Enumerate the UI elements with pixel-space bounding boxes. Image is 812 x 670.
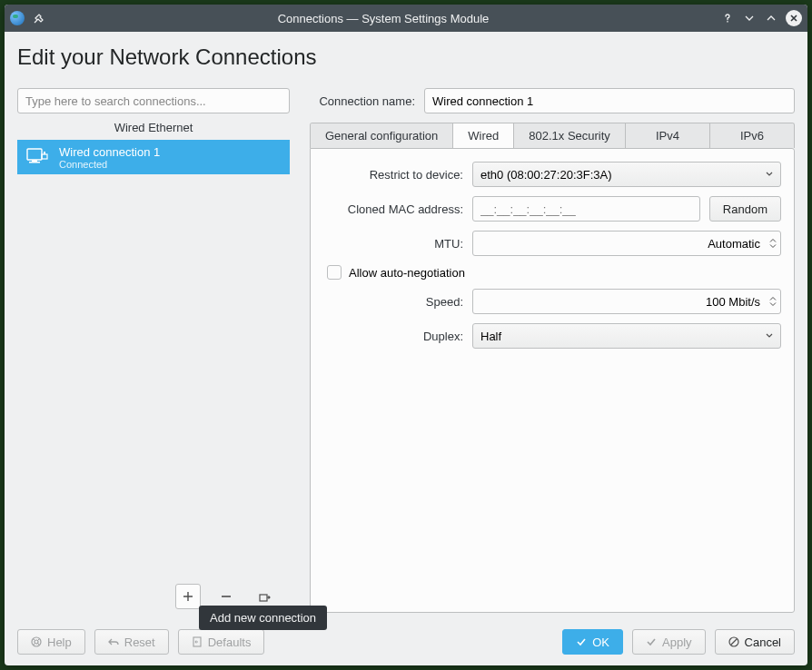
svg-rect-3 <box>42 154 47 159</box>
duplex-combo[interactable]: Half <box>472 323 781 349</box>
connection-name: Wired connection 1 <box>59 145 160 159</box>
connection-status: Connected <box>59 159 160 170</box>
connection-toolbar: Add new connection <box>17 576 290 613</box>
apply-button[interactable]: Apply <box>632 629 706 655</box>
editor-panel: Connection name: General configuration W… <box>310 88 795 613</box>
wired-network-icon <box>25 144 50 170</box>
search-input[interactable] <box>17 88 290 113</box>
restrict-device-value: eth0 (08:00:27:20:3F:3A) <box>480 168 612 182</box>
restrict-device-combo[interactable]: eth0 (08:00:27:20:3F:3A) <box>472 162 781 187</box>
pin-icon[interactable] <box>32 11 46 25</box>
content-area: Edit your Network Connections Wired Ethe… <box>5 32 807 665</box>
app-icon <box>10 11 25 25</box>
tab-ipv4[interactable]: IPv4 <box>626 123 710 148</box>
minimize-icon[interactable] <box>742 11 757 25</box>
svg-rect-1 <box>32 160 37 162</box>
connections-panel: Wired Ethernet Wired connection 1 Connec… <box>17 88 290 613</box>
mtu-label: MTU: <box>323 237 463 251</box>
svg-rect-5 <box>260 595 267 601</box>
speed-spinbox[interactable]: 100 Mbit/s <box>472 289 781 314</box>
settings-window: Connections — System Settings Module Edi… <box>5 5 807 665</box>
spinner-arrows-icon <box>769 297 777 307</box>
svg-rect-2 <box>29 162 40 163</box>
check-icon <box>576 636 587 647</box>
mtu-value: Automatic <box>708 237 760 251</box>
connection-item[interactable]: Wired connection 1 Connected <box>17 140 290 174</box>
svg-rect-4 <box>44 152 45 154</box>
defaults-button[interactable]: Defaults <box>178 629 265 655</box>
dialog-footer: Help Reset Defaults OK Apply Cancel <box>17 629 795 655</box>
connection-list: Wired connection 1 Connected <box>17 140 290 576</box>
cancel-button[interactable]: Cancel <box>715 629 795 655</box>
svg-rect-0 <box>27 149 42 160</box>
connection-name-label: Connection name: <box>310 94 415 108</box>
speed-label: Speed: <box>323 295 463 309</box>
chevron-down-icon <box>766 332 773 340</box>
chevron-down-icon <box>766 171 773 178</box>
restrict-device-label: Restrict to device: <box>323 168 463 182</box>
spinner-arrows-icon <box>769 239 777 249</box>
random-mac-button[interactable]: Random <box>709 196 781 222</box>
lifebuoy-icon <box>31 636 42 647</box>
tab-security[interactable]: 802.1x Security <box>514 123 626 148</box>
help-button[interactable]: Help <box>17 629 85 655</box>
tooltip-add-connection: Add new connection <box>199 606 327 630</box>
speed-value: 100 Mbit/s <box>706 295 760 309</box>
window-title: Connections — System Settings Module <box>46 12 720 25</box>
add-connection-button[interactable] <box>175 584 201 609</box>
document-revert-icon <box>192 636 203 647</box>
group-header: Wired Ethernet <box>17 113 290 140</box>
wired-tab-pane: Restrict to device: eth0 (08:00:27:20:3F… <box>310 148 795 613</box>
mac-address-label: Cloned MAC address: <box>323 202 463 216</box>
check-icon <box>646 636 657 647</box>
ok-button[interactable]: OK <box>562 629 623 655</box>
cancel-icon <box>728 636 739 647</box>
svg-point-7 <box>35 640 38 644</box>
duplex-label: Duplex: <box>323 330 463 343</box>
mtu-spinbox[interactable]: Automatic <box>472 231 781 256</box>
tab-general[interactable]: General configuration <box>311 123 453 148</box>
help-icon[interactable] <box>720 11 735 25</box>
auto-negotiation-label: Allow auto-negotiation <box>349 266 465 280</box>
connection-name-input[interactable] <box>424 88 795 113</box>
tab-ipv6[interactable]: IPv6 <box>710 123 794 148</box>
duplex-value: Half <box>480 330 501 343</box>
auto-negotiation-checkbox[interactable] <box>327 265 342 280</box>
undo-icon <box>108 636 119 647</box>
tab-bar: General configuration Wired 802.1x Secur… <box>310 123 795 148</box>
tab-wired[interactable]: Wired <box>453 123 514 148</box>
titlebar: Connections — System Settings Module <box>5 5 807 32</box>
reset-button[interactable]: Reset <box>94 629 169 655</box>
close-button[interactable] <box>786 10 802 26</box>
page-title: Edit your Network Connections <box>17 44 795 70</box>
maximize-icon[interactable] <box>764 11 778 25</box>
mac-address-input[interactable] <box>472 196 700 222</box>
